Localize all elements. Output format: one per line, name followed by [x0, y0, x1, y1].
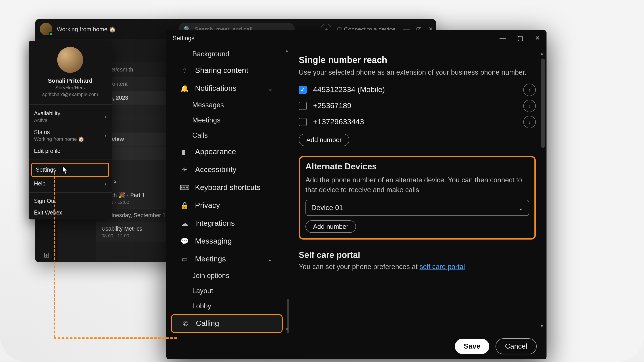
checkbox-unchecked-icon[interactable] [299, 102, 307, 110]
appearance-icon: ◧ [181, 148, 189, 156]
sidebar-item-appearance[interactable]: ◧Appearance [171, 143, 283, 160]
snr-number-row[interactable]: +13729633443 › [299, 116, 536, 128]
settings-sidebar: Background ⇧Sharing content 🔔Notificatio… [166, 46, 291, 334]
chevron-right-icon[interactable]: › [523, 84, 536, 96]
presence-indicator-icon [49, 32, 53, 36]
lock-icon: 🔒 [181, 202, 189, 210]
sidebar-item-calling-highlighted[interactable]: ✆Calling [171, 314, 283, 333]
cloud-icon: ☁ [181, 219, 189, 228]
checkbox-checked-icon[interactable]: ✓ [299, 86, 307, 94]
chevron-down-icon: ⌄ [268, 85, 273, 92]
device-select[interactable]: Device 01 ⌄ [306, 200, 529, 216]
save-button[interactable]: Save [455, 339, 490, 354]
sidebar-item-privacy[interactable]: 🔒Privacy [171, 197, 283, 214]
sidebar-item-integrations[interactable]: ☁Integrations [171, 215, 283, 232]
sidebar-item-join-options[interactable]: Join options [171, 269, 283, 283]
chevron-right-icon: › [105, 181, 106, 187]
checkbox-unchecked-icon[interactable] [299, 118, 307, 126]
scroll-up-icon: ▴ [286, 48, 288, 53]
profile-flyout: Sonali Pritchard She/Her/Hers spritchard… [28, 41, 112, 219]
share-icon: ⇧ [181, 67, 189, 75]
sidebar-item-accessibility[interactable]: ☀Accessibility [171, 161, 283, 178]
settings-content: Single number reach Use your selected ph… [291, 46, 546, 334]
chevron-down-icon: ⌄ [268, 256, 273, 263]
chevron-right-icon: › [105, 113, 106, 120]
sidebar-item-background[interactable]: Background [171, 47, 283, 61]
avatar[interactable] [40, 23, 52, 35]
phone-number: 4453122334 (Mobile) [313, 85, 385, 94]
chevron-right-icon: › [105, 132, 106, 139]
exit-row[interactable]: Exit Webex [28, 207, 112, 219]
snr-description: Use your selected phone as an extension … [299, 68, 536, 77]
sidebar-item-messages[interactable]: Messages [171, 98, 283, 112]
scp-title: Self care portal [299, 251, 536, 260]
alt-title: Alternate Devices [306, 162, 529, 172]
chevron-right-icon[interactable]: › [523, 116, 536, 128]
availability-row[interactable]: Availability Active › [28, 107, 112, 126]
chevron-down-icon: ⌄ [518, 205, 523, 211]
scroll-up-icon: ▴ [541, 50, 544, 56]
profile-email: spritchard@example.com [42, 92, 98, 97]
settings-titlebar: Settings — ▢ ✕ [166, 30, 546, 46]
add-number-button[interactable]: Add number [299, 134, 349, 146]
cursor-icon [62, 165, 70, 175]
chevron-right-icon[interactable]: › [523, 100, 536, 112]
help-row[interactable]: Help› [28, 178, 112, 189]
phone-icon: ✆ [182, 320, 190, 328]
chat-icon: 💬 [181, 237, 189, 245]
add-number-button[interactable]: Add number [306, 221, 356, 233]
close-button[interactable]: ✕ [535, 34, 540, 41]
snr-number-row[interactable]: +25367189 › [299, 100, 536, 112]
sidebar-scrollbar[interactable]: ▴ ▾ [287, 49, 289, 331]
sidebar-item-calls-sub[interactable]: Calls [171, 128, 283, 143]
accessibility-icon: ☀ [181, 166, 189, 174]
sidebar-item-notifications[interactable]: 🔔Notifications⌄ [171, 80, 283, 97]
settings-row-highlighted[interactable]: Settings [31, 163, 109, 177]
device-selected-value: Device 01 [311, 204, 343, 212]
sign-out-row[interactable]: Sign Out [28, 195, 112, 207]
sidebar-item-keyboard[interactable]: ⌨Keyboard shortcuts [171, 179, 283, 196]
phone-number: +25367189 [313, 101, 351, 110]
sidebar-item-messaging[interactable]: 💬Messaging [171, 233, 283, 250]
alt-description: Add the phone number of an alternate dev… [306, 175, 529, 195]
scroll-down-icon: ▾ [541, 323, 544, 329]
sidebar-item-sharing[interactable]: ⇧Sharing content [171, 62, 283, 79]
scp-description: You can set your phone preferences at se… [299, 263, 536, 271]
keyboard-icon: ⌨ [181, 184, 189, 192]
apps-icon[interactable]: ⊞ [44, 251, 50, 259]
phone-number: +13729633443 [313, 117, 364, 126]
status-row[interactable]: Status Working from home 🏠 › [28, 126, 112, 145]
sidebar-item-layout[interactable]: Layout [171, 284, 283, 298]
profile-name: Sonali Pritchard [48, 77, 92, 84]
bell-icon: 🔔 [181, 84, 189, 92]
settings-title: Settings [173, 35, 194, 41]
status-text: Working from home🏠 [57, 26, 116, 32]
cancel-button[interactable]: Cancel [496, 338, 537, 355]
snr-number-row[interactable]: ✓ 4453122334 (Mobile) › [299, 84, 536, 96]
settings-window: Settings — ▢ ✕ Background ⇧Sharing conte… [166, 30, 546, 359]
house-icon: 🏠 [109, 26, 116, 32]
minimize-button[interactable]: — [500, 34, 506, 41]
sidebar-item-meetings[interactable]: ▭Meetings⌄ [171, 251, 283, 268]
maximize-button[interactable]: ▢ [518, 34, 523, 41]
sidebar-item-meetings-sub[interactable]: Meetings [171, 113, 283, 127]
edit-profile-row[interactable]: Edit profile [28, 145, 112, 157]
scroll-down-icon: ▾ [286, 327, 288, 332]
scrollbar-thumb[interactable] [541, 58, 545, 148]
snr-title: Single number reach [299, 55, 536, 65]
annotation-connector [54, 172, 55, 338]
sidebar-item-lobby[interactable]: Lobby [171, 299, 283, 313]
avatar-large [57, 47, 83, 73]
annotation-connector [54, 338, 177, 339]
alternate-devices-section-highlighted: Alternate Devices Add the phone number o… [299, 156, 536, 240]
calendar-icon: ▭ [181, 255, 189, 263]
profile-pronouns: She/Her/Hers [55, 85, 85, 90]
self-care-portal-link[interactable]: self care portal [420, 263, 465, 271]
content-scrollbar[interactable]: ▴ ▾ [541, 51, 545, 328]
settings-footer: Save Cancel [166, 334, 546, 359]
